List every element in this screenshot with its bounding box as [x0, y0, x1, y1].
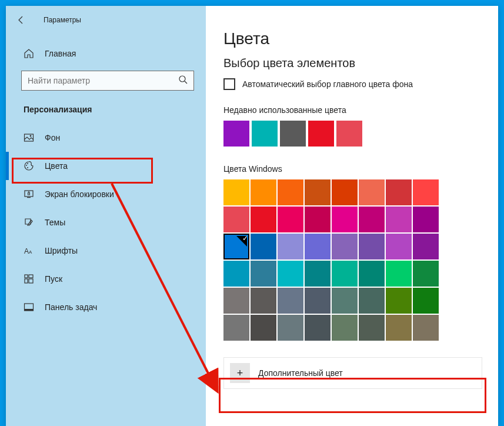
color-swatch[interactable] — [251, 207, 276, 232]
auto-accent-checkbox[interactable] — [223, 78, 235, 90]
color-swatch[interactable] — [332, 288, 358, 314]
color-swatch[interactable] — [223, 261, 249, 287]
sidebar-item-label: Шрифты — [45, 246, 78, 255]
settings-window: Параметры Главная Персонализация ФонЦвет… — [6, 6, 498, 426]
back-button[interactable] — [11, 9, 32, 31]
color-row — [223, 315, 486, 341]
color-swatch[interactable] — [413, 234, 439, 259]
page-heading: Цвета — [223, 29, 486, 48]
section-header: Персонализация — [6, 96, 206, 124]
sidebar-item-label: Пуск — [45, 274, 62, 284]
search-input[interactable] — [28, 76, 188, 85]
page-subheading: Выбор цвета элементов — [223, 56, 486, 70]
custom-color-button[interactable]: + Дополнительный цвет — [223, 357, 482, 389]
color-swatch[interactable] — [359, 288, 385, 314]
color-swatch[interactable] — [413, 288, 439, 314]
color-swatch[interactable] — [223, 207, 249, 232]
color-swatch[interactable]: ✓ — [223, 234, 249, 259]
color-swatch[interactable] — [359, 261, 385, 287]
recent-color-swatch[interactable] — [280, 121, 306, 147]
svg-text:A: A — [24, 247, 29, 255]
sidebar-item-start[interactable]: Пуск — [6, 265, 206, 293]
sidebar-item-background[interactable]: Фон — [6, 124, 206, 152]
sidebar-item-label: Экран блокировки — [45, 189, 114, 199]
svg-rect-1 — [25, 134, 34, 141]
search-icon[interactable] — [178, 75, 188, 86]
color-swatch[interactable] — [386, 261, 412, 287]
recent-color-swatch[interactable] — [223, 121, 249, 147]
color-swatch[interactable] — [386, 207, 412, 232]
color-swatch[interactable] — [332, 315, 358, 341]
color-swatch[interactable] — [278, 261, 303, 287]
color-swatch[interactable] — [359, 179, 385, 205]
color-swatch[interactable] — [413, 207, 439, 232]
color-swatch[interactable] — [359, 207, 385, 232]
color-swatch[interactable] — [305, 234, 331, 259]
color-row — [223, 288, 486, 314]
color-swatch[interactable] — [278, 179, 303, 205]
sidebar-item-home[interactable]: Главная — [6, 42, 206, 65]
lockscreen-icon — [24, 189, 34, 199]
color-swatch[interactable] — [305, 207, 331, 232]
color-swatch[interactable] — [278, 234, 303, 259]
color-swatch[interactable] — [413, 179, 439, 205]
color-swatch[interactable] — [251, 179, 276, 205]
color-swatch[interactable] — [305, 261, 331, 287]
taskbar-icon — [24, 302, 34, 312]
color-swatch[interactable] — [332, 179, 358, 205]
sidebar-item-taskbar[interactable]: Панель задач — [6, 293, 206, 321]
window-title: Параметры — [44, 16, 81, 24]
color-swatch[interactable] — [305, 315, 331, 341]
start-icon — [24, 274, 34, 284]
recent-color-swatch[interactable] — [252, 121, 278, 147]
color-swatch[interactable] — [305, 179, 331, 205]
color-swatch[interactable] — [386, 179, 412, 205]
svg-rect-8 — [28, 193, 30, 195]
plus-icon: + — [230, 363, 250, 383]
color-swatch[interactable] — [386, 234, 412, 259]
color-swatch[interactable] — [332, 234, 358, 259]
nav-list: ФонЦветаЭкран блокировкиТемыAAШрифтыПуск… — [6, 124, 206, 321]
color-swatch[interactable] — [413, 315, 439, 341]
sidebar-item-label: Темы — [45, 218, 65, 227]
fonts-icon: AA — [24, 245, 34, 256]
svg-point-4 — [27, 163, 28, 164]
color-row: ✓ — [223, 234, 486, 259]
color-swatch[interactable] — [332, 207, 358, 232]
color-row — [223, 179, 486, 205]
color-swatch[interactable] — [359, 234, 385, 259]
titlebar: Параметры — [6, 8, 206, 32]
recent-color-swatch[interactable] — [308, 121, 334, 147]
sidebar-item-themes[interactable]: Темы — [6, 208, 206, 237]
color-swatch[interactable] — [359, 315, 385, 341]
svg-text:A: A — [29, 249, 32, 255]
color-swatch[interactable] — [223, 315, 249, 341]
sidebar-item-fonts[interactable]: AAШрифты — [6, 237, 206, 265]
svg-point-0 — [179, 76, 185, 82]
svg-rect-7 — [27, 197, 31, 198]
color-swatch[interactable] — [223, 288, 249, 314]
color-swatch[interactable] — [386, 288, 412, 314]
color-swatch[interactable] — [223, 179, 249, 205]
color-swatch[interactable] — [251, 234, 276, 259]
search-input-container[interactable] — [21, 71, 194, 91]
color-swatch[interactable] — [278, 207, 303, 232]
sidebar-item-label: Панель задач — [45, 302, 97, 312]
color-swatch[interactable] — [251, 315, 276, 341]
color-swatch[interactable] — [413, 261, 439, 287]
sidebar-item-label: Фон — [45, 133, 60, 142]
recent-colors — [223, 121, 486, 147]
sidebar-item-lockscreen[interactable]: Экран блокировки — [6, 180, 206, 208]
background-icon — [24, 132, 34, 143]
recent-colors-label: Недавно использованные цвета — [223, 105, 486, 115]
recent-color-swatch[interactable] — [336, 121, 362, 147]
color-swatch[interactable] — [251, 261, 276, 287]
color-swatch[interactable] — [278, 315, 303, 341]
color-swatch[interactable] — [251, 288, 276, 314]
color-swatch[interactable] — [278, 288, 303, 314]
color-swatch[interactable] — [386, 315, 412, 341]
color-swatch[interactable] — [332, 261, 358, 287]
main-content: Цвета Выбор цвета элементов Автоматическ… — [206, 6, 498, 426]
sidebar-item-colors[interactable]: Цвета — [6, 152, 206, 180]
color-swatch[interactable] — [305, 288, 331, 314]
